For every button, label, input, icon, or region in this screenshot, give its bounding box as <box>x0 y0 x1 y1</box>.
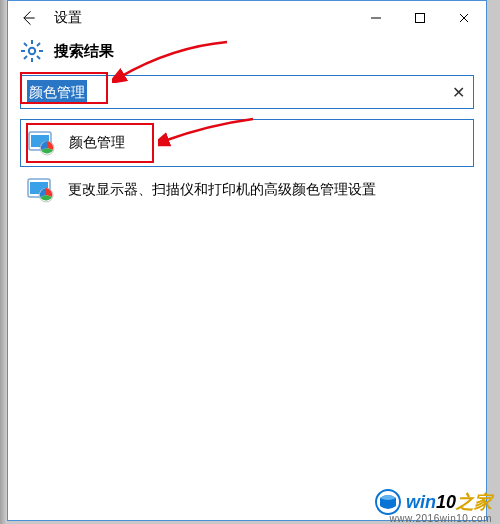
desktop-strip <box>0 0 7 524</box>
minimize-button[interactable] <box>354 3 398 33</box>
result-item-advanced-color[interactable]: 更改显示器、扫描仪和打印机的高级颜色管理设置 <box>20 167 474 213</box>
result-title: 颜色管理 <box>69 134 125 152</box>
settings-window: 设置 搜索结果 颜色管理 ✕ <box>7 0 487 521</box>
titlebar: 设置 <box>8 1 486 35</box>
result-item-color-management[interactable]: 颜色管理 <box>20 119 474 167</box>
watermark: win10之家 <box>374 488 492 516</box>
svg-rect-2 <box>416 14 425 23</box>
color-management-icon <box>27 128 57 158</box>
close-button[interactable] <box>442 3 486 33</box>
svg-line-12 <box>37 43 40 46</box>
watermark-logo-icon <box>374 488 402 516</box>
clear-search-button[interactable]: ✕ <box>443 83 473 102</box>
result-title: 更改显示器、扫描仪和打印机的高级颜色管理设置 <box>68 181 376 199</box>
svg-line-13 <box>24 56 27 59</box>
gear-icon <box>20 39 44 63</box>
page-header: 搜索结果 <box>8 35 486 73</box>
results-list: 颜色管理 更改显示器、扫描仪和打印机的高级颜色管理设置 <box>20 119 474 213</box>
watermark-text: win <box>406 492 436 512</box>
watermark-text: 之家 <box>456 492 492 512</box>
svg-line-10 <box>24 43 27 46</box>
search-input[interactable]: 颜色管理 ✕ <box>20 75 474 109</box>
color-management-icon <box>26 175 56 205</box>
back-button[interactable] <box>16 6 40 30</box>
window-title: 设置 <box>54 9 82 27</box>
page-title: 搜索结果 <box>54 42 114 61</box>
search-value: 颜色管理 <box>21 76 443 108</box>
svg-point-5 <box>29 48 35 54</box>
watermark-url: www.2016win10.com <box>390 513 492 524</box>
maximize-button[interactable] <box>398 3 442 33</box>
watermark-text: 10 <box>436 492 456 512</box>
svg-line-11 <box>37 56 40 59</box>
